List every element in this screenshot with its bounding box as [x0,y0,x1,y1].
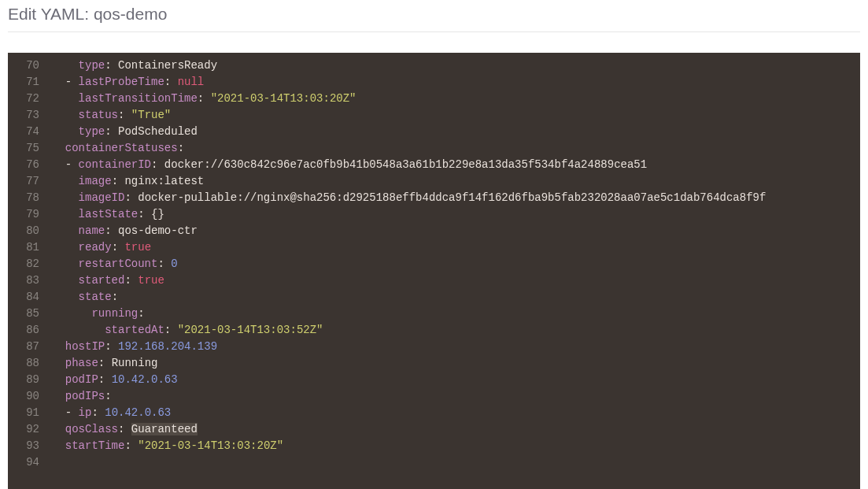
token-str: "True" [131,109,171,121]
code-line[interactable]: 72 lastTransitionTime: "2021-03-14T13:03… [8,91,860,107]
token-dash: - [52,76,79,88]
token-key: image [79,175,112,187]
token-punct: : [198,92,211,105]
code-line[interactable]: 76 - containerID: docker://630c842c96e7a… [8,157,860,173]
line-content[interactable]: running: [46,306,860,322]
code-line[interactable]: 91 - ip: 10.42.0.63 [8,405,860,421]
code-line[interactable]: 71 - lastProbeTime: null [8,74,860,91]
token-punct [52,92,79,105]
line-content[interactable]: restartCount: 0 [46,256,860,272]
code-line[interactable]: 79 lastState: {} [8,206,860,223]
line-content[interactable]: podIPs: [46,388,860,405]
token-punct [52,373,65,386]
token-kw: true [124,241,151,254]
code-line[interactable]: 80 name: qos-demo-ctr [8,223,860,239]
code-line[interactable]: 92 qosClass: Guaranteed [8,421,860,438]
code-line[interactable]: 74 type: PodScheduled [8,124,860,140]
line-content[interactable]: - lastProbeTime: null [46,74,860,91]
line-content[interactable]: status: "True" [46,107,860,124]
token-punct [52,274,79,287]
token-punct [52,175,79,187]
token-key: ready [79,241,112,254]
line-content[interactable]: startedAt: "2021-03-14T13:03:52Z" [46,322,860,339]
line-content[interactable]: - containerID: docker://630c842c96e7ac0f… [46,157,860,173]
yaml-editor[interactable]: 69 status: "True" 70 type: ContainersRea… [8,53,860,489]
line-content[interactable]: image: nginx:latest [46,173,860,190]
line-content[interactable]: containerStatuses: [46,140,860,157]
code-line[interactable]: 84 state: [8,289,860,306]
token-punct: : [124,439,138,452]
line-content[interactable]: - ip: 10.42.0.63 [46,405,860,421]
line-content[interactable]: ready: true [46,239,860,256]
token-key: startedAt [105,324,164,336]
token-punct [52,390,65,402]
token-key: podIPs [65,390,105,402]
token-str: "2021-03-14T13:03:20Z" [211,92,356,105]
line-content[interactable]: name: qos-demo-ctr [46,223,860,239]
token-key: podIP [65,373,98,386]
token-punct [52,208,79,220]
line-number: 94 [8,454,46,471]
line-content[interactable]: qosClass: Guaranteed [46,421,860,438]
token-punct [52,423,65,435]
token-punct: : [138,307,144,320]
line-content[interactable]: imageID: docker-pullable://nginx@sha256:… [46,190,860,206]
line-content[interactable]: started: true [46,272,860,289]
code-line[interactable]: 73 status: "True" [8,107,860,124]
token-dash: - [52,158,79,171]
line-number: 88 [8,355,46,372]
code-line[interactable]: 93 startTime: "2021-03-14T13:03:20Z" [8,438,860,454]
line-number: 84 [8,289,46,306]
token-key: ip [79,406,92,419]
line-number: 86 [8,322,46,339]
token-punct: : [105,390,111,402]
page-title: Edit YAML: qos-demo [8,5,860,32]
token-punct: : [91,406,105,419]
code-line[interactable]: 82 restartCount: 0 [8,256,860,272]
line-number: 78 [8,190,46,206]
token-ip: 192.168.204.139 [118,340,217,353]
line-number: 76 [8,157,46,173]
line-number: 92 [8,421,46,438]
line-content[interactable]: type: PodScheduled [46,124,860,140]
line-content[interactable]: lastTransitionTime: "2021-03-14T13:03:20… [46,91,860,107]
code-line[interactable]: 77 image: nginx:latest [8,173,860,190]
code-line[interactable]: 87 hostIP: 192.168.204.139 [8,339,860,355]
token-punct [52,291,79,303]
token-punct [52,125,79,138]
code-line[interactable]: 90 podIPs: [8,388,860,405]
line-content[interactable]: phase: Running [46,355,860,372]
token-punct: : docker-pullable://nginx@sha256:d292518… [124,191,766,204]
code-line[interactable]: 78 imageID: docker-pullable://nginx@sha2… [8,190,860,206]
code-line[interactable]: 88 phase: Running [8,355,860,372]
line-number: 80 [8,223,46,239]
line-content[interactable]: lastState: {} [46,206,860,223]
line-number: 81 [8,239,46,256]
token-punct [52,340,65,353]
token-dash: - [52,406,79,419]
code-line[interactable]: 83 started: true [8,272,860,289]
token-punct [52,324,105,336]
line-number: 82 [8,256,46,272]
code-line[interactable]: 75 containerStatuses: [8,140,860,157]
line-content[interactable]: podIP: 10.42.0.63 [46,372,860,388]
code-line[interactable]: 86 startedAt: "2021-03-14T13:03:52Z" [8,322,860,339]
token-str: "2021-03-14T13:03:52Z" [178,324,323,336]
line-content[interactable]: hostIP: 192.168.204.139 [46,339,860,355]
line-content[interactable]: state: [46,289,860,306]
token-punct [52,224,79,237]
token-key: running [91,307,138,320]
code-line[interactable]: 89 podIP: 10.42.0.63 [8,372,860,388]
line-content[interactable]: startTime: "2021-03-14T13:03:20Z" [46,438,860,454]
token-punct: : nginx:latest [112,175,205,187]
line-content[interactable] [46,454,860,471]
code-line[interactable]: 85 running: [8,306,860,322]
token-kw: null [178,76,205,88]
line-number: 71 [8,74,46,91]
token-punct [52,191,79,204]
token-punct [52,241,79,254]
token-ip: 10.42.0.63 [105,406,171,419]
code-line[interactable]: 94 [8,454,860,471]
code-line[interactable]: 81 ready: true [8,239,860,256]
token-punct [52,109,79,121]
